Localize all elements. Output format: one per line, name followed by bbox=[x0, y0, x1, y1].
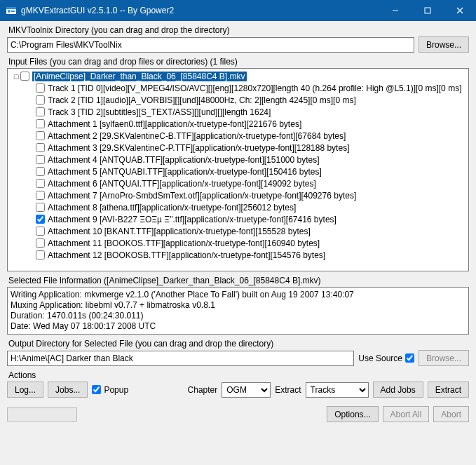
file-info-line: Duration: 1470.011s (00:24:30.011) bbox=[11, 311, 465, 321]
options-button[interactable]: Options... bbox=[327, 406, 378, 422]
collapse-icon[interactable]: ▢ bbox=[12, 73, 20, 80]
tree-item-checkbox[interactable] bbox=[36, 107, 45, 116]
tree-item[interactable]: Attachment 12 [BOOKOSB.TTF][application/… bbox=[11, 249, 468, 261]
tree-item-label: Attachment 2 [29.SKValentineC-B.TTF][app… bbox=[48, 131, 346, 141]
tree-item-checkbox[interactable] bbox=[36, 238, 45, 248]
file-info-box: Writing Application: mkvmerge v2.1.0 ('A… bbox=[7, 287, 469, 335]
chapter-select[interactable]: OGM bbox=[222, 382, 271, 398]
progress-bar bbox=[7, 407, 77, 422]
output-browse-button[interactable]: Browse... bbox=[419, 350, 469, 366]
tree-item[interactable]: Attachment 11 [BOOKOS.TTF][application/x… bbox=[11, 237, 468, 249]
svg-point-2 bbox=[8, 10, 11, 13]
chapter-label: Chapter bbox=[188, 385, 218, 395]
popup-checkbox[interactable] bbox=[92, 385, 101, 394]
tree-item[interactable]: Attachment 4 [ANTQUAB.TTF][application/x… bbox=[11, 154, 468, 166]
maximize-button[interactable] bbox=[412, 0, 444, 21]
output-path-input[interactable] bbox=[7, 351, 354, 366]
file-info-line: Date: Wed May 07 18:00:17 2008 UTC bbox=[11, 321, 465, 332]
window-title: gMKVExtractGUI v2.5.1.0 -- By Gpower2 bbox=[21, 6, 379, 15]
tree-root-label[interactable]: [AnimeClipse]_Darker_than_Black_06_[8584… bbox=[32, 72, 247, 81]
tree-item-label: Attachment 8 [athena.ttf][application/x-… bbox=[48, 203, 296, 213]
mkvtoolnix-group: MKVToolnix Directory (you can drag and d… bbox=[7, 25, 469, 53]
tree-item-label: Attachment 5 [ANTQUABI.TTF][application/… bbox=[48, 167, 322, 177]
close-button[interactable] bbox=[444, 0, 476, 21]
file-info-line: Writing Application: mkvmerge v2.1.0 ('A… bbox=[11, 290, 465, 300]
tree-item-label: Attachment 11 [BOOKOS.TTF][application/x… bbox=[48, 238, 320, 248]
extract-select[interactable]: Tracks bbox=[306, 382, 369, 398]
tree-item-checkbox[interactable] bbox=[36, 227, 45, 236]
abort-all-button[interactable]: Abort All bbox=[383, 406, 430, 422]
svg-rect-3 bbox=[11, 11, 15, 12]
file-info-line: Muxing Application: libebml v0.7.7 + lib… bbox=[11, 300, 465, 311]
titlebar: gMKVExtractGUI v2.5.1.0 -- By Gpower2 bbox=[0, 0, 476, 21]
tree-item-label: Attachment 10 [BKANT.TTF][application/x-… bbox=[48, 227, 311, 236]
tree-item-label: Attachment 7 [ArnoPro-SmbdSmText.otf][ap… bbox=[48, 191, 356, 201]
tree-item-checkbox[interactable] bbox=[36, 95, 45, 105]
output-label: Output Directory for Selected File (you … bbox=[7, 339, 469, 349]
tree-item-checkbox[interactable] bbox=[36, 203, 45, 212]
tree-item-label: Attachment 1 [sylfaen0.ttf][application/… bbox=[48, 119, 301, 129]
tree-root-checkbox[interactable] bbox=[20, 72, 29, 81]
tree-item-checkbox[interactable] bbox=[36, 131, 45, 140]
tree-item[interactable]: Attachment 7 [ArnoPro-SmbdSmText.otf][ap… bbox=[11, 189, 468, 201]
tree-item-checkbox[interactable] bbox=[36, 143, 45, 152]
extract-button[interactable]: Extract bbox=[428, 382, 469, 398]
app-icon bbox=[6, 5, 17, 16]
tree-item-label: Track 2 [TID 1][audio][A_VORBIS][][und][… bbox=[48, 95, 356, 105]
jobs-button[interactable]: Jobs... bbox=[48, 382, 88, 398]
tree-item[interactable]: Attachment 9 [AVI-B227 ΞΟΞµ Ξ".ttf][appl… bbox=[11, 213, 468, 225]
use-source-checkbox-label[interactable]: Use Source bbox=[358, 353, 414, 363]
tree-item[interactable]: Attachment 1 [sylfaen0.ttf][application/… bbox=[11, 118, 468, 130]
file-info-label: Selected File Information ([AnimeClipse]… bbox=[7, 276, 469, 285]
svg-rect-5 bbox=[425, 8, 430, 13]
abort-button[interactable]: Abort bbox=[433, 406, 469, 422]
tree-root-node[interactable]: ▢ [AnimeClipse]_Darker_than_Black_06_[85… bbox=[11, 70, 468, 82]
popup-checkbox-label[interactable]: Popup bbox=[92, 385, 128, 395]
svg-rect-1 bbox=[6, 7, 16, 9]
input-files-group: Input Files (you can drag and drop files… bbox=[7, 57, 469, 271]
mkvtoolnix-path-input[interactable] bbox=[7, 37, 414, 53]
tree-item-label: Track 1 [TID 0][video][V_MPEG4/ISO/AVC][… bbox=[48, 83, 461, 93]
extract-label: Extract bbox=[275, 385, 301, 395]
tree-item[interactable]: Attachment 5 [ANTQUABI.TTF][application/… bbox=[11, 166, 468, 177]
tree-item-checkbox[interactable] bbox=[36, 179, 45, 188]
use-source-checkbox[interactable] bbox=[405, 353, 414, 363]
add-jobs-button[interactable]: Add Jobs bbox=[373, 382, 423, 398]
tree-item-checkbox[interactable] bbox=[36, 119, 45, 128]
actions-label: Actions bbox=[7, 370, 469, 380]
tree-item-label: Attachment 3 [29.SKValentineC-P.TTF][app… bbox=[48, 143, 349, 153]
tree-item[interactable]: Track 1 [TID 0][video][V_MPEG4/ISO/AVC][… bbox=[11, 82, 468, 94]
tree-item[interactable]: Track 2 [TID 1][audio][A_VORBIS][][und][… bbox=[11, 94, 468, 106]
tree-item[interactable]: Attachment 8 [athena.ttf][application/x-… bbox=[11, 201, 468, 213]
tree-item-checkbox[interactable] bbox=[36, 167, 45, 176]
tree-item-checkbox[interactable] bbox=[36, 215, 45, 224]
tree-item[interactable]: Attachment 10 [BKANT.TTF][application/x-… bbox=[11, 225, 468, 237]
tree-item-label: Attachment 9 [AVI-B227 ΞΟΞµ Ξ".ttf][appl… bbox=[48, 215, 336, 224]
minimize-button[interactable] bbox=[379, 0, 412, 21]
input-tree[interactable]: ▢ [AnimeClipse]_Darker_than_Black_06_[85… bbox=[7, 68, 469, 271]
status-bar: Options... Abort All Abort bbox=[0, 402, 476, 426]
tree-item-label: Attachment 4 [ANTQUAB.TTF][application/x… bbox=[48, 155, 320, 165]
mkvtoolnix-label: MKVToolnix Directory (you can drag and d… bbox=[7, 25, 469, 35]
file-info-group: Selected File Information ([AnimeClipse]… bbox=[7, 276, 469, 335]
tree-item-label: Attachment 12 [BOOKOSB.TTF][application/… bbox=[48, 250, 325, 260]
tree-item[interactable]: Attachment 6 [ANTQUAI.TTF][application/x… bbox=[11, 177, 468, 189]
tree-item-checkbox[interactable] bbox=[36, 191, 45, 200]
actions-group: Actions Log... Jobs... Popup Chapter OGM… bbox=[7, 370, 469, 398]
log-button[interactable]: Log... bbox=[7, 382, 43, 398]
tree-item-checkbox[interactable] bbox=[36, 250, 45, 260]
output-group: Output Directory for Selected File (you … bbox=[7, 339, 469, 366]
tree-item-label: Attachment 6 [ANTQUAI.TTF][application/x… bbox=[48, 179, 316, 189]
input-files-label: Input Files (you can drag and drop files… bbox=[7, 57, 469, 67]
tree-item-label: Track 3 [TID 2][subtitles][S_TEXT/ASS][]… bbox=[48, 107, 271, 117]
tree-item-checkbox[interactable] bbox=[36, 155, 45, 164]
tree-item[interactable]: Track 3 [TID 2][subtitles][S_TEXT/ASS][]… bbox=[11, 106, 468, 118]
tree-item[interactable]: Attachment 3 [29.SKValentineC-P.TTF][app… bbox=[11, 142, 468, 154]
tree-item[interactable]: Attachment 2 [29.SKValentineC-B.TTF][app… bbox=[11, 130, 468, 142]
tree-item-checkbox[interactable] bbox=[36, 83, 45, 93]
mkvtoolnix-browse-button[interactable]: Browse... bbox=[419, 36, 469, 53]
